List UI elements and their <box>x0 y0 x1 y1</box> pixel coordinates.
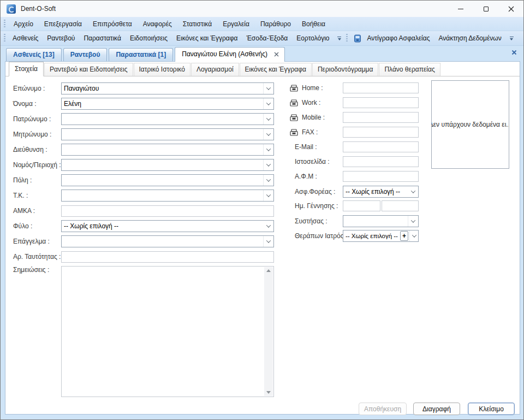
tab-invoices[interactable]: Παραστατικά [1] <box>109 48 173 61</box>
gender-label: Φύλο : <box>13 222 61 230</box>
chevron-down-icon[interactable] <box>408 216 418 227</box>
insurance-select[interactable]: -- Χωρίς επιλογή -- <box>343 186 419 198</box>
tab-patients[interactable]: Ασθενείς [13] <box>6 48 62 61</box>
occupation-label: Επάγγελμα : <box>13 238 61 245</box>
scroll-down-icon[interactable] <box>266 391 271 394</box>
referrer-combobox[interactable] <box>343 215 419 227</box>
menu-statistics[interactable]: Στατιστικά <box>177 17 217 31</box>
toolbar-notifications-button[interactable]: Ειδοποιήσεις <box>126 32 172 45</box>
subtab-appointments-notifications[interactable]: Ραντεβού και Ειδοποιήσεις <box>44 63 133 76</box>
toolbar-overflow-icon-2[interactable] <box>508 33 515 43</box>
scroll-up-icon[interactable] <box>266 269 271 272</box>
chevron-down-icon[interactable] <box>263 144 273 155</box>
document-tabrow: Ασθενείς [13] Ραντεβού Παραστατικά [1] Π… <box>1 46 523 61</box>
toolbar-appointments-button[interactable]: Ραντεβού <box>43 32 79 45</box>
tab-appointments[interactable]: Ραντεβού <box>63 48 108 61</box>
app-logo-icon <box>7 4 16 14</box>
menu-file[interactable]: Αρχείο <box>8 17 39 31</box>
tab-patient-record[interactable]: Παναγιώτου Ελένη (Ασθενής) <box>175 47 285 62</box>
email-input[interactable] <box>343 141 419 152</box>
home-phone-row: Home : <box>287 82 419 93</box>
tab-close-icon[interactable] <box>274 52 279 57</box>
close-form-button[interactable]: Κλείσιμο <box>468 403 515 415</box>
toolbar-patients-button[interactable]: Ασθενείς <box>8 32 43 45</box>
notes-row: Σημειώσεις : <box>13 266 274 397</box>
save-button[interactable]: Αποθήκευση <box>359 403 407 415</box>
subtab-details[interactable]: Στοιχεία <box>9 62 44 76</box>
menu-reports[interactable]: Αναφορές <box>138 17 177 31</box>
doctor-select[interactable]: -- Χωρίς επιλογή -- + <box>343 230 419 242</box>
chevron-down-icon[interactable] <box>263 98 273 109</box>
id-number-input[interactable] <box>61 251 274 263</box>
mother-name-combobox[interactable] <box>61 128 274 140</box>
gender-select[interactable]: -- Χωρίς επιλογή -- <box>61 220 274 232</box>
postcode-combobox[interactable] <box>61 190 274 202</box>
afm-input[interactable] <box>343 171 419 182</box>
subtab-treatment-plan[interactable]: Πλάνο θεραπείας <box>379 63 440 76</box>
toolbar-income-expenses-button[interactable]: Έσοδα-Έξοδα <box>242 32 292 45</box>
website-row: Ιστοσελίδα : <box>287 156 419 167</box>
patient-photo-placeholder[interactable]: Δεν υπάρχουν δεδομένα ει... <box>431 80 509 169</box>
chevron-down-icon[interactable] <box>263 114 273 125</box>
delete-button[interactable]: Διαγραφή <box>413 403 460 415</box>
toolbar-grip-handle[interactable] <box>4 34 5 43</box>
region-combobox[interactable] <box>61 159 274 171</box>
menubar-grip-handle[interactable] <box>4 20 5 28</box>
patient-form-panel: Στοιχεία Ραντεβού και Ειδοποιήσεις Ιατρι… <box>5 61 520 415</box>
address-combobox[interactable] <box>61 144 274 156</box>
close-active-tab-button[interactable] <box>511 50 517 55</box>
backup-disk-icon <box>354 34 361 43</box>
close-button[interactable] <box>498 1 523 17</box>
chevron-down-icon[interactable] <box>263 175 273 186</box>
birthdate-field-group <box>343 200 419 211</box>
firstname-combobox[interactable]: Ελένη <box>61 98 274 110</box>
toolbar-grip-handle-2[interactable] <box>346 34 348 43</box>
region-value <box>62 159 263 170</box>
work-phone-input[interactable] <box>343 97 419 108</box>
toolbar-overflow-icon[interactable] <box>336 33 343 43</box>
surname-combobox[interactable]: Παναγιώτου <box>61 82 274 94</box>
birthdate-label: Ημ. Γέννησης : <box>287 202 343 210</box>
add-doctor-button[interactable]: + <box>400 231 408 241</box>
menu-help[interactable]: Βοήθεια <box>296 17 331 31</box>
notes-scrollbar[interactable] <box>264 267 273 396</box>
menu-extras[interactable]: Επιπρόσθετα <box>87 17 138 31</box>
chevron-down-icon[interactable] <box>263 236 273 247</box>
notes-textarea[interactable] <box>61 266 274 397</box>
city-combobox[interactable] <box>61 174 274 186</box>
home-phone-input[interactable] <box>343 82 419 93</box>
subtab-accounts[interactable]: Λογαριασμοί <box>191 63 239 76</box>
form-right-column: Home : Work : <box>287 82 419 245</box>
toolbar-backup-button[interactable]: Αντίγραφο Ασφαλείας <box>362 32 434 45</box>
subtab-medical-history[interactable]: Ιατρικό Ιστορικό <box>134 63 190 76</box>
birthdate-date-input[interactable] <box>343 200 380 211</box>
menu-edit[interactable]: Επεξεργασία <box>39 17 87 31</box>
region-label: Νομός/Περιοχή : <box>13 161 61 169</box>
father-name-combobox[interactable] <box>61 113 274 125</box>
fax-row: FAX : <box>287 127 419 138</box>
mobile-phone-label-group: Mobile : <box>287 114 343 121</box>
birthdate-extra-input[interactable] <box>382 200 419 211</box>
amka-input[interactable] <box>61 205 274 217</box>
toolbar-restore-button[interactable]: Ανάκτηση Δεδομένων <box>434 32 505 45</box>
mobile-phone-input[interactable] <box>343 112 419 123</box>
chevron-down-icon[interactable] <box>409 230 418 241</box>
subtab-images-documents[interactable]: Εικόνες και Έγγραφα <box>240 63 312 76</box>
toolbar-invoices-button[interactable]: Παραστατικά <box>79 32 125 45</box>
maximize-button[interactable] <box>473 1 498 17</box>
menu-tools[interactable]: Εργαλεία <box>217 17 255 31</box>
chevron-down-icon[interactable] <box>263 159 273 170</box>
website-input[interactable] <box>343 156 419 167</box>
toolbar-namedays-button[interactable]: Εορτολόγιο <box>292 32 334 45</box>
address-value <box>62 144 263 155</box>
minimize-button[interactable] <box>448 1 473 17</box>
menu-window[interactable]: Παράθυρο <box>255 17 296 31</box>
toolbar-images-documents-button[interactable]: Εικόνες και Έγγραφα <box>172 32 242 45</box>
subtab-periodontogram[interactable]: Περιοδοντόγραμμα <box>312 63 378 76</box>
patient-subtabs: Στοιχεία Ραντεβού και Ειδοποιήσεις Ιατρι… <box>5 62 520 76</box>
chevron-down-icon[interactable] <box>263 83 273 94</box>
chevron-down-icon[interactable] <box>263 129 273 140</box>
occupation-combobox[interactable] <box>61 235 274 247</box>
fax-input[interactable] <box>343 127 419 138</box>
chevron-down-icon[interactable] <box>263 190 273 201</box>
